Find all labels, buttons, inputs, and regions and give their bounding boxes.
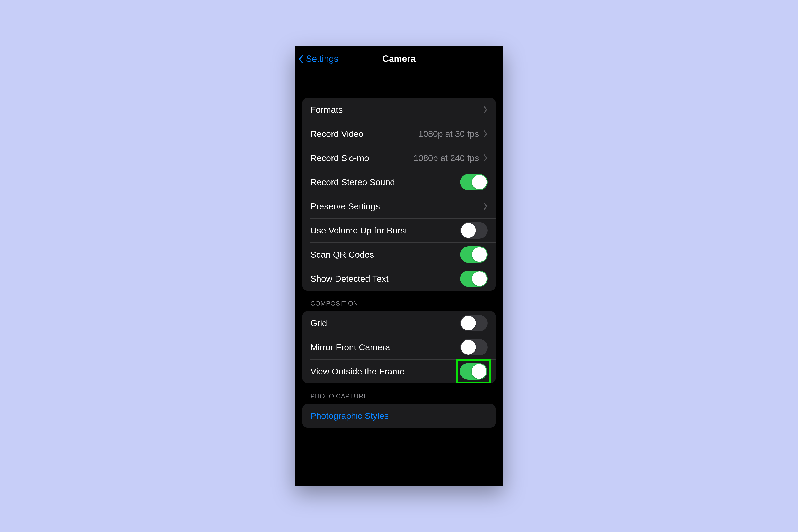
row-value: 1080p at 30 fps (418, 129, 479, 139)
toggle-mirror-front[interactable] (460, 339, 488, 356)
navigation-bar: Settings Camera (295, 46, 503, 71)
toggle-volume-burst[interactable] (460, 222, 488, 239)
row-label: Mirror Front Camera (310, 342, 460, 352)
row-label: Record Stereo Sound (310, 177, 460, 187)
chevron-right-icon (483, 106, 488, 113)
settings-group-composition: Grid Mirror Front Camera View Outside th… (302, 311, 496, 383)
row-grid: Grid (302, 311, 496, 335)
page-title: Camera (382, 54, 415, 64)
row-detected-text: Show Detected Text (302, 267, 496, 291)
toggle-detected-text[interactable] (460, 270, 488, 287)
chevron-right-icon (483, 154, 488, 162)
row-formats[interactable]: Formats (302, 98, 496, 122)
settings-content: Formats Record Video 1080p at 30 fps Rec… (295, 71, 503, 428)
toggle-grid[interactable] (460, 315, 488, 331)
row-value: 1080p at 240 fps (414, 153, 479, 163)
chevron-right-icon (483, 203, 488, 210)
row-label: Record Video (310, 129, 418, 139)
row-mirror-front: Mirror Front Camera (302, 335, 496, 359)
toggle-stereo-sound[interactable] (460, 174, 488, 190)
back-label: Settings (306, 54, 338, 64)
highlight-outside-frame (459, 363, 488, 380)
settings-group-photo-capture: Photographic Styles (302, 404, 496, 428)
row-label: Preserve Settings (310, 201, 483, 211)
row-photographic-styles[interactable]: Photographic Styles (302, 404, 496, 428)
section-header-photo-capture: PHOTO CAPTURE (302, 383, 496, 404)
back-button[interactable]: Settings (298, 54, 338, 64)
section-header-composition: COMPOSITION (302, 291, 496, 311)
row-label: Show Detected Text (310, 274, 460, 284)
row-scan-qr: Scan QR Codes (302, 243, 496, 267)
row-label: View Outside the Frame (310, 366, 459, 377)
row-label: Scan QR Codes (310, 250, 460, 260)
row-label: Photographic Styles (310, 411, 488, 421)
chevron-left-icon (298, 55, 305, 62)
camera-settings-screen: Settings Camera Formats Record Video 108… (295, 46, 503, 486)
row-label: Formats (310, 105, 483, 115)
row-volume-burst: Use Volume Up for Burst (302, 218, 496, 243)
settings-group-main: Formats Record Video 1080p at 30 fps Rec… (302, 98, 496, 291)
row-record-video[interactable]: Record Video 1080p at 30 fps (302, 122, 496, 146)
row-stereo-sound: Record Stereo Sound (302, 170, 496, 194)
row-label: Use Volume Up for Burst (310, 226, 460, 235)
row-preserve-settings[interactable]: Preserve Settings (302, 194, 496, 218)
row-record-slomo[interactable]: Record Slo-mo 1080p at 240 fps (302, 146, 496, 170)
row-outside-frame: View Outside the Frame (302, 359, 496, 383)
toggle-scan-qr[interactable] (460, 246, 488, 263)
toggle-outside-frame[interactable] (460, 363, 487, 380)
row-label: Record Slo-mo (310, 153, 414, 163)
row-label: Grid (310, 318, 460, 328)
chevron-right-icon (483, 130, 488, 137)
